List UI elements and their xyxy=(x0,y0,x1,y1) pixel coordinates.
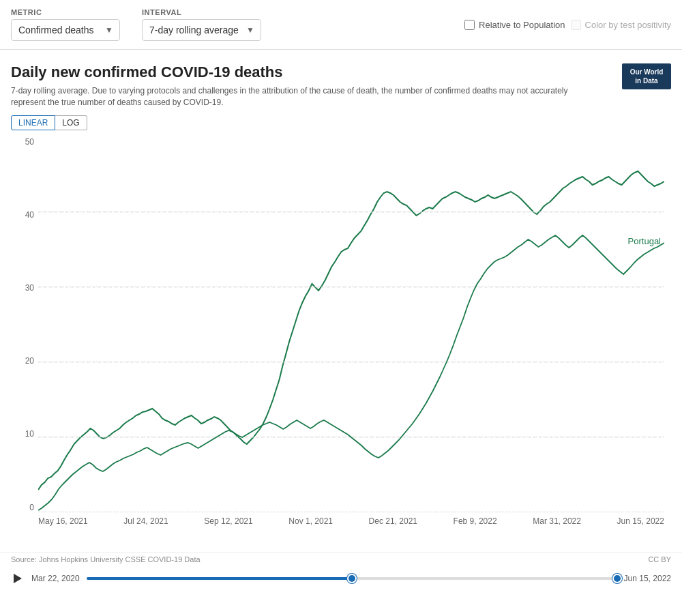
metric-select[interactable]: Confirmed deaths Confirmed cases Hospita… xyxy=(11,19,120,41)
source-text: Source: Johns Hopkins University CSSE CO… xyxy=(11,555,201,563)
main-chart-svg xyxy=(38,137,664,512)
timeline-handle-start[interactable] xyxy=(347,574,357,583)
plot-area: Portugal xyxy=(38,137,664,512)
chart-subtitle: 7-day rolling average. Due to varying pr… xyxy=(11,85,570,108)
scale-buttons: LINEAR LOG xyxy=(11,115,671,130)
portugal-line xyxy=(38,235,664,510)
chart-container: Daily new confirmed COVID-19 deaths 7-da… xyxy=(0,50,682,552)
y-label-30: 30 xyxy=(11,283,38,293)
relative-to-population-label: Relative to Population xyxy=(479,20,565,30)
relative-to-population-checkbox[interactable] xyxy=(464,20,475,30)
x-axis: May 16, 2021 Jul 24, 2021 Sep 12, 2021 N… xyxy=(38,512,664,546)
play-button[interactable] xyxy=(11,572,25,585)
metric-label: METRIC xyxy=(11,8,120,16)
x-label-jul2021: Jul 24, 2021 xyxy=(123,516,168,526)
y-label-10: 10 xyxy=(11,429,38,439)
interval-label: INTERVAL xyxy=(142,8,261,16)
color-by-test-positivity-item: Color by test positivity xyxy=(571,20,671,30)
log-scale-button[interactable]: LOG xyxy=(55,115,87,130)
y-axis: 0 10 20 30 40 50 xyxy=(11,137,38,512)
metric-control: METRIC Confirmed deaths Confirmed cases … xyxy=(11,8,120,41)
color-by-test-positivity-checkbox[interactable] xyxy=(571,20,581,30)
metric-select-wrapper: Confirmed deaths Confirmed cases Hospita… xyxy=(11,19,120,41)
owid-logo: Our World in Data xyxy=(622,63,671,89)
timeline-fill xyxy=(87,577,352,580)
y-label-40: 40 xyxy=(11,210,38,220)
play-icon xyxy=(14,574,22,583)
controls-bar: METRIC Confirmed deaths Confirmed cases … xyxy=(0,0,682,50)
x-label-feb2022: Feb 9, 2022 xyxy=(454,516,497,526)
color-by-test-positivity-label: Color by test positivity xyxy=(585,20,671,30)
country-label: Portugal xyxy=(628,236,661,246)
chart-title: Daily new confirmed COVID-19 deaths xyxy=(11,63,671,81)
timeline-handle-end[interactable] xyxy=(612,574,622,583)
interval-select[interactable]: 7-day rolling average Daily Weekly Biwee… xyxy=(142,19,261,41)
x-label-jun2022: Jun 15, 2022 xyxy=(617,516,664,526)
x-label-nov2021: Nov 1, 2021 xyxy=(288,516,333,526)
timeline-area: Mar 22, 2020 Jun 15, 2022 xyxy=(0,566,682,591)
y-label-0: 0 xyxy=(11,503,38,512)
y-label-50: 50 xyxy=(11,137,38,147)
footer: Source: Johns Hopkins University CSSE CO… xyxy=(0,552,682,566)
timeline-end-date: Jun 15, 2022 xyxy=(624,574,671,583)
interval-control: INTERVAL 7-day rolling average Daily Wee… xyxy=(142,8,261,41)
timeline-track[interactable] xyxy=(87,577,617,580)
interval-select-wrapper: 7-day rolling average Daily Weekly Biwee… xyxy=(142,19,261,41)
x-label-may2021: May 16, 2021 xyxy=(38,516,88,526)
x-label-sep2021: Sep 12, 2021 xyxy=(204,516,252,526)
chart-area: 0 10 20 30 40 50 xyxy=(11,137,671,546)
x-label-dec2021: Dec 21, 2021 xyxy=(369,516,417,526)
y-label-20: 20 xyxy=(11,356,38,366)
relative-to-population-item: Relative to Population xyxy=(464,20,565,30)
linear-scale-button[interactable]: LINEAR xyxy=(11,115,55,130)
x-label-mar2022: Mar 31, 2022 xyxy=(533,516,581,526)
checkbox-group: Relative to Population Color by test pos… xyxy=(464,20,671,30)
license-text: CC BY xyxy=(648,555,671,563)
timeline-start-date: Mar 22, 2020 xyxy=(31,574,80,583)
